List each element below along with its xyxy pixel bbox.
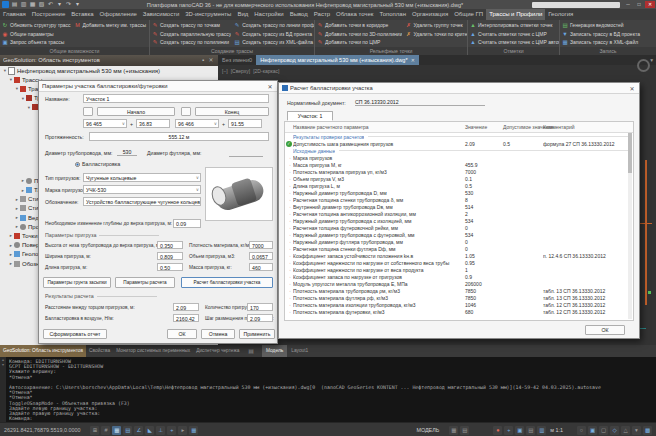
ribbon-button[interactable]: ▣Запрос объекта трассы <box>2 38 72 47</box>
calc-ballast-button[interactable]: Расчет балластировки участка <box>181 277 273 288</box>
quick-access-icon[interactable]: ▾ <box>74 1 81 8</box>
section-tab[interactable]: Участок: 1 <box>287 111 333 121</box>
window-control-button[interactable]: □ <box>634 1 644 8</box>
status-toggle-icon[interactable]: ▸ <box>178 426 187 435</box>
ribbon-tab[interactable]: Главная <box>0 9 29 20</box>
table-row[interactable]: → Наружный диаметр футляра трубопровода,… <box>285 238 633 245</box>
status-tool-icon[interactable]: ▣ <box>515 426 524 435</box>
quick-access-icon[interactable]: ▤ <box>11 1 18 8</box>
apply-button[interactable]: Применить <box>239 329 275 339</box>
cancel-button[interactable]: Отмена <box>201 329 235 339</box>
ribbon-tab[interactable]: Настройки <box>251 9 286 20</box>
table-row[interactable]: → Наружный диаметр трубопровода с изоляц… <box>285 217 633 224</box>
start-offset-input[interactable]: 36.83 <box>136 119 170 128</box>
panel-tab[interactable]: Монитор системных переменных <box>113 345 193 357</box>
table-row[interactable]: → Плотность материала футляра ρф, кг/м3 … <box>285 294 633 301</box>
status-toggle-icon[interactable]: + <box>167 426 176 435</box>
ribbon-button[interactable]: ▤Создать трассу из XML-файла <box>234 38 314 47</box>
model-space-label[interactable]: МОДЕЛЬ <box>416 427 439 433</box>
table-row[interactable]: → Плотность материала трубопровода ρм, к… <box>285 287 633 294</box>
panel-tab[interactable]: Свойства <box>86 345 113 357</box>
tree-node[interactable]: ▾ Нефтепровод магистральный 530 мм (+изы… <box>0 66 218 75</box>
quick-access-icon[interactable]: ↶ <box>47 1 54 8</box>
annotation-scale[interactable]: м 1:1 <box>550 427 563 433</box>
status-view-icon[interactable]: ◇ <box>610 426 619 435</box>
quick-access-icon[interactable]: ▥ <box>20 1 27 8</box>
generate-report-button[interactable]: Сформировать отчет <box>43 329 107 339</box>
status-tool-icon[interactable]: ▥ <box>537 426 546 435</box>
weight-mark-combo[interactable]: УЧК-530 <box>83 185 201 194</box>
ribbon-button[interactable]: ▲Считать отметки точек с ЦМР автом. <box>470 38 559 47</box>
ribbon-button[interactable]: ✎Создать трассу по точкам <box>152 21 231 30</box>
depth-input[interactable]: 0.09 <box>173 219 201 228</box>
ribbon-tab[interactable]: Облака точек <box>333 9 376 20</box>
table-row[interactable]: → Расчетная толщина стенки трубопровода … <box>285 196 633 203</box>
status-toggle-icon[interactable]: ▦ <box>189 426 198 435</box>
ribbon-tab[interactable]: Геология <box>545 9 576 20</box>
ribbon-button[interactable]: ✎Создать трассу по полилинии <box>152 38 231 47</box>
p6-input[interactable]: 460 <box>249 263 273 271</box>
pick-end-icon[interactable] <box>181 107 191 116</box>
table-row[interactable]: → Расчетная толщина антикоррозионной изо… <box>285 210 633 217</box>
p2-input[interactable]: 7000 <box>249 241 273 249</box>
quick-access-icon[interactable]: ▧ <box>38 1 45 8</box>
ballast-radio[interactable]: Балластировка <box>75 161 120 167</box>
titlebar-search-box[interactable] <box>532 2 620 8</box>
status-toggle-icon[interactable]: ⊞ <box>90 426 99 435</box>
status-toggle-icon[interactable]: ∠ <box>134 426 143 435</box>
viewport-control[interactable]: [−] <box>222 68 228 74</box>
ribbon-button[interactable]: ↻Обновить структуру трасс <box>2 21 72 30</box>
status-toggle-icon[interactable]: # <box>101 426 110 435</box>
table-row[interactable]: → Модуль упругости металла трубопровода … <box>285 280 633 287</box>
section-name-input[interactable]: Участок 1 <box>83 94 269 103</box>
ribbon-tab[interactable]: Построение <box>29 9 68 20</box>
ribbon-tab[interactable]: Топоплан <box>376 9 409 20</box>
ribbon-button[interactable]: ▼Записать трассу в БД проекта <box>562 30 654 39</box>
table-row[interactable]: → Масса пригруза М, кг 455.9 <box>285 161 633 168</box>
table-scrollbar[interactable] <box>628 133 632 319</box>
close-icon[interactable]: ✕ <box>266 83 274 90</box>
ribbon-tab[interactable]: Организация <box>409 9 451 20</box>
ribbon-tab[interactable]: Вывод <box>287 9 311 20</box>
layout-menu-icon[interactable]: ▤ <box>248 345 254 357</box>
weight-type-combo[interactable]: Чугунные кольцевые <box>83 173 201 182</box>
table-row[interactable]: → Коэффициент надежности по нагрузке от … <box>285 259 633 266</box>
status-toggle-icon[interactable]: ▤ <box>123 426 132 435</box>
ribbon-button[interactable]: ✎Создать параллельную трассу <box>152 30 231 39</box>
panel-tab[interactable]: Диспетчер чертежа <box>193 345 242 357</box>
p4-input[interactable]: 0.0657 <box>249 252 273 260</box>
status-toggle-icon[interactable]: ◣ <box>145 426 154 435</box>
status-tool-icon[interactable]: ▤ <box>526 426 535 435</box>
ribbon-button[interactable]: ▤Генерация ведомостей <box>562 21 654 30</box>
end-picket-combo[interactable]: 96 466 <box>175 119 219 128</box>
table-row[interactable]: → Плотность материала футеровки, кг/м3 6… <box>285 308 633 315</box>
quick-access-icon[interactable]: ↷ <box>65 1 72 8</box>
table-row[interactable]: Исходные данные <box>285 147 633 154</box>
viewport-control[interactable]: [2D-каркас] <box>253 68 279 74</box>
start-button[interactable]: Начало <box>97 107 175 116</box>
ribbon-button[interactable]: ✗Удалить группу точек <box>405 21 467 30</box>
ribbon-tab[interactable]: Вид <box>234 9 251 20</box>
command-window-grip[interactable]: ▴▾ <box>0 357 6 422</box>
p5-input[interactable]: 0.50 <box>157 263 183 271</box>
case-diameter-value[interactable] <box>229 149 263 157</box>
table-row[interactable]: → Расчетная толщина стенки футляра Dф, м… <box>285 245 633 252</box>
ribbon-tab[interactable]: Зависимости <box>140 9 182 20</box>
ribbon-tab[interactable]: Растр <box>311 9 333 20</box>
layout-tab[interactable]: Модель <box>262 345 287 357</box>
table-row[interactable]: ✓ Допустимость шага размещения пригрузов… <box>285 140 633 147</box>
scrollbar-thumb[interactable] <box>628 133 632 173</box>
ribbon-button[interactable]: ✎Добавить точки по ЦМР <box>317 38 402 47</box>
table-row[interactable]: → Внутренний диаметр трубопровода Dв, мм… <box>285 203 633 210</box>
ok-button[interactable]: ОК <box>167 329 197 339</box>
table-row[interactable]: Результаты проверки расчетов <box>285 133 633 140</box>
window-control-button[interactable]: ✕ <box>645 1 655 8</box>
p3-input[interactable]: 0.809 <box>157 252 183 260</box>
p1-input[interactable]: 0.350 <box>157 241 183 249</box>
close-icon[interactable]: ✕ <box>628 85 636 92</box>
ribbon-button[interactable]: ✗Удалить точки по критериям <box>405 30 467 39</box>
document-tab-active[interactable]: Нефтепровод магистральный 530 мм (+изыск… <box>256 55 419 65</box>
ribbon-tab[interactable]: Вставка <box>68 9 96 20</box>
document-tab[interactable]: Без имени0 <box>218 55 256 65</box>
ribbon-button[interactable]: ✎Добавить точки в коридоре <box>317 21 402 30</box>
